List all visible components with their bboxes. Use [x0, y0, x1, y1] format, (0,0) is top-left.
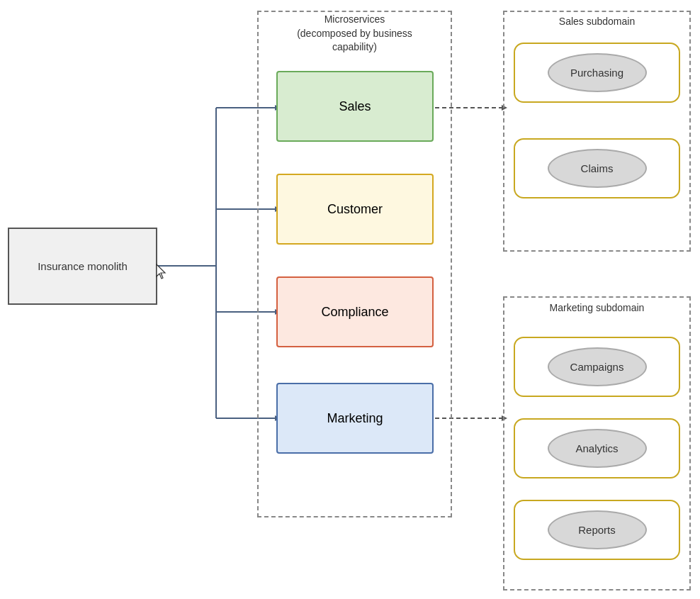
microservices-title: Microservices (decomposed by business ca…: [257, 13, 452, 55]
monolith-label: Insurance monolith: [38, 260, 128, 272]
service-customer-box: Customer: [276, 174, 434, 245]
campaigns-label: Campaigns: [570, 361, 624, 373]
service-compliance-box: Compliance: [276, 276, 434, 347]
analytics-label: Analytics: [575, 442, 618, 454]
cursor-icon: [156, 264, 167, 279]
purchasing-oval: Purchasing: [548, 53, 647, 92]
claims-label: Claims: [581, 162, 614, 174]
claims-oval: Claims: [548, 149, 647, 188]
diagram-container: Insurance monolith Microservices (decomp…: [0, 0, 700, 599]
service-sales-label: Sales: [339, 99, 371, 114]
claims-box: Claims: [514, 138, 680, 198]
analytics-box: Analytics: [514, 418, 680, 478]
sales-subdomain-title: Sales subdomain: [503, 16, 691, 27]
reports-oval: Reports: [548, 510, 647, 549]
service-compliance-label: Compliance: [321, 305, 388, 320]
service-marketing-label: Marketing: [327, 411, 383, 426]
purchasing-label: Purchasing: [570, 67, 623, 79]
service-customer-label: Customer: [327, 202, 383, 217]
reports-box: Reports: [514, 500, 680, 560]
purchasing-box: Purchasing: [514, 43, 680, 103]
campaigns-oval: Campaigns: [548, 347, 647, 386]
monolith-box: Insurance monolith: [8, 228, 157, 305]
campaigns-box: Campaigns: [514, 337, 680, 397]
analytics-oval: Analytics: [548, 429, 647, 468]
marketing-subdomain-title: Marketing subdomain: [503, 302, 691, 313]
service-marketing-box: Marketing: [276, 383, 434, 454]
service-sales-box: Sales: [276, 71, 434, 142]
reports-label: Reports: [578, 524, 616, 536]
